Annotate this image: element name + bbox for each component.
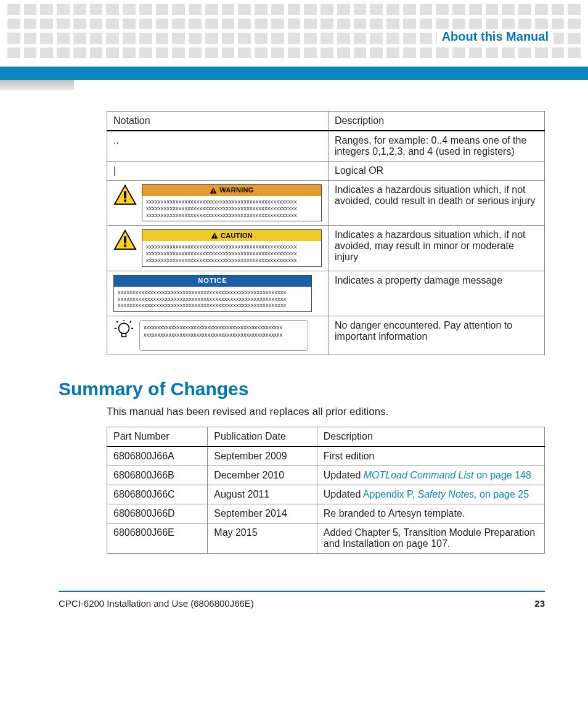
link-safety-notes[interactable]: Safety Notes, [418,489,477,499]
part-number: 6806800J66C [107,485,208,504]
change-description: Updated MOTLoad Command List on page 148 [317,466,544,485]
notation-header-notation: Notation [107,112,329,131]
part-number: 6806800J66A [107,446,208,466]
table-row: 6806800J66E May 2015 Added Chapter 5, Tr… [107,523,545,553]
lightbulb-icon [113,320,134,341]
notation-description: Indicates a hazardous situation which, i… [329,226,545,271]
caution-triangle-small-icon [211,232,218,239]
caution-bar-label: CAUTION [221,232,253,240]
link-motload-command-list[interactable]: MOTLoad Command List [364,470,474,480]
table-row: 6806800J66D September 2014 Re branded to… [107,504,545,523]
notation-table: Notation Description .. Ranges, for exam… [107,111,545,355]
header-grey-wedge [0,80,74,90]
publication-date: September 2009 [208,446,317,466]
footer-doc-title: CPCI-6200 Installation and Use (6806800J… [59,598,254,609]
link-page-ref[interactable]: on page 148 [473,470,531,480]
table-row: 6806800J66B December 2010 Updated MOTLoa… [107,466,545,485]
change-description: Added Chapter 5, Transition Module Prepa… [317,523,544,553]
publication-date: September 2014 [208,504,317,523]
table-row: .. Ranges, for example: 0..4 means one o… [107,131,545,162]
section-heading-summary-of-changes: Summary of Changes [59,379,545,400]
warning-triangle-icon [113,184,137,205]
notation-description: Indicates a property damage message [329,271,545,316]
header-blue-bar [0,67,588,80]
svg-rect-13 [122,334,126,337]
notation-info-sample: xxxxxxxxxxxxxxxxxxxxxxxxxxxxxxxxxxxxxxxx… [107,316,329,355]
warning-bar-label: WARNING [219,186,253,194]
changes-header-desc: Description [317,427,544,446]
svg-rect-7 [124,237,126,244]
changes-header-date: Publication Date [208,427,317,446]
notation-caution-sample: CAUTION xxxxxxxxxxxxxxxxxxxxxxxxxxxxxxxx… [107,226,329,271]
svg-line-18 [129,321,131,323]
svg-rect-11 [214,237,214,238]
table-row: CAUTION xxxxxxxxxxxxxxxxxxxxxxxxxxxxxxxx… [107,226,545,271]
svg-rect-10 [214,235,214,237]
table-row: xxxxxxxxxxxxxxxxxxxxxxxxxxxxxxxxxxxxxxxx… [107,316,545,355]
header-section-title: About this Manual [437,30,553,44]
notation-description: Logical OR [329,162,545,181]
page-footer: CPCI-6200 Installation and Use (6806800J… [59,591,545,609]
table-row: 6806800J66A September 2009 First edition [107,446,545,466]
link-page-ref[interactable]: on page 25 [477,489,529,499]
part-number: 6806800J66D [107,504,208,523]
notation-header-description: Description [329,112,545,131]
notice-placeholder-text: xxxxxxxxxxxxxxxxxxxxxxxxxxxxxxxxxxxxxxxx… [114,287,311,311]
change-description: First edition [317,446,544,466]
change-description: Re branded to Artesyn template. [317,504,544,523]
changes-table: Part Number Publication Date Description… [107,427,545,554]
notation-description: Ranges, for example: 0..4 means one of t… [329,131,545,162]
part-number: 6806800J66E [107,523,208,553]
table-row: | Logical OR [107,162,545,181]
footer-page-number: 23 [534,598,545,609]
publication-date: May 2015 [208,523,317,553]
table-row: 6806800J66C August 2011 Updated Appendix… [107,485,545,504]
notation-symbol: | [107,162,329,181]
publication-date: August 2011 [208,485,317,504]
warning-placeholder-text: xxxxxxxxxxxxxxxxxxxxxxxxxxxxxxxxxxxxxxxx… [142,196,321,221]
notation-symbol: .. [107,131,329,162]
svg-rect-8 [124,245,126,247]
notation-description: Indicates a hazardous situation which, i… [329,181,545,226]
svg-line-17 [116,321,118,323]
intro-text: This manual has been revised and replace… [107,406,545,418]
notice-bar-label: NOTICE [198,277,227,285]
publication-date: December 2010 [208,466,317,485]
change-description: Updated Appendix P, Safety Notes, on pag… [317,485,544,504]
svg-rect-1 [124,191,126,198]
link-appendix-p[interactable]: Appendix P, [363,489,418,499]
caution-placeholder-text: xxxxxxxxxxxxxxxxxxxxxxxxxxxxxxxxxxxxxxxx… [142,241,321,266]
table-row: WARNING xxxxxxxxxxxxxxxxxxxxxxxxxxxxxxxx… [107,181,545,226]
table-row: NOTICE xxxxxxxxxxxxxxxxxxxxxxxxxxxxxxxxx… [107,271,545,316]
svg-rect-5 [213,192,214,192]
svg-rect-4 [213,189,214,192]
changes-header-part: Part Number [107,427,208,446]
svg-rect-2 [124,200,126,202]
notation-description: No danger encountered. Pay attention to … [329,316,545,355]
notation-notice-sample: NOTICE xxxxxxxxxxxxxxxxxxxxxxxxxxxxxxxxx… [107,271,329,316]
warning-triangle-small-icon [210,187,217,194]
svg-point-12 [119,323,129,334]
caution-triangle-icon [113,229,137,250]
info-placeholder-text: xxxxxxxxxxxxxxxxxxxxxxxxxxxxxxxxxxxxxxxx… [139,320,308,350]
notation-warning-sample: WARNING xxxxxxxxxxxxxxxxxxxxxxxxxxxxxxxx… [107,181,329,226]
part-number: 6806800J66B [107,466,208,485]
